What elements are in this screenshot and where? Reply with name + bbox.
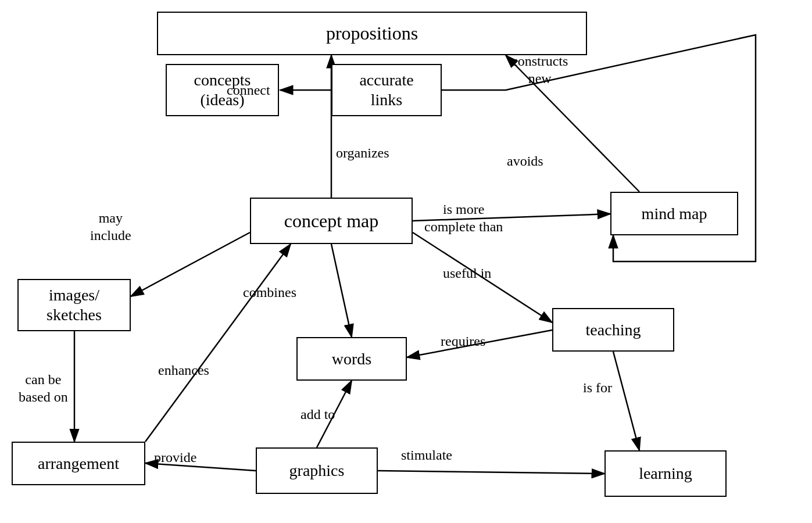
label-avoids: avoids	[507, 152, 543, 170]
label-requires: requires	[441, 332, 485, 350]
label-can-be-based-on: can bebased on	[19, 371, 68, 406]
node-accurate-links: accuratelinks	[331, 64, 442, 116]
label-is-for: is for	[583, 379, 612, 396]
label-connect: connect	[227, 81, 270, 99]
label-enhances: enhances	[158, 361, 209, 379]
svg-line-7	[331, 244, 352, 337]
label-useful-in: useful in	[443, 264, 491, 282]
node-arrangement: arrangement	[12, 442, 145, 485]
node-concept-map: concept map	[250, 198, 413, 244]
node-learning: learning	[604, 450, 727, 497]
node-graphics: graphics	[256, 447, 378, 494]
svg-line-15	[613, 352, 639, 450]
node-images-sketches: images/sketches	[17, 279, 131, 331]
label-stimulate: stimulate	[401, 446, 452, 464]
node-words: words	[296, 337, 407, 381]
label-organizes: organizes	[336, 144, 389, 162]
svg-line-10	[145, 244, 291, 442]
node-propositions: propositions	[157, 12, 587, 55]
label-is-more-complete: is morecomplete than	[424, 200, 503, 235]
label-provide: provide	[154, 449, 196, 466]
svg-line-6	[131, 232, 250, 296]
label-add-to: add to	[301, 406, 335, 423]
label-may-include: mayinclude	[90, 209, 131, 244]
label-constructs-new: constructsnew	[511, 52, 568, 87]
label-combines: combines	[243, 284, 296, 301]
node-mind-map: mind map	[610, 192, 738, 235]
node-teaching: teaching	[552, 308, 674, 352]
svg-line-14	[378, 471, 604, 474]
concept-map-diagram: propositions concepts(ideas) accuratelin…	[0, 0, 812, 523]
